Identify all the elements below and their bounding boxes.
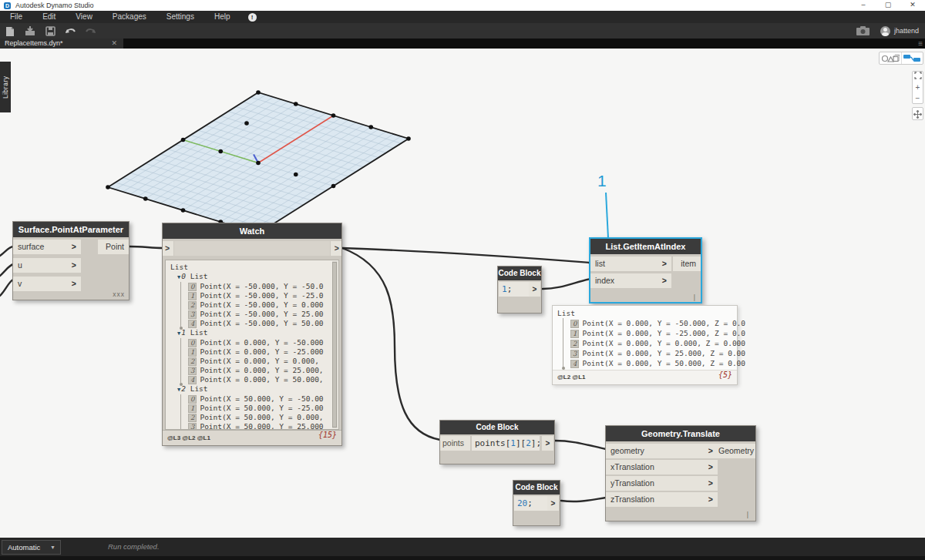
avatar[interactable]: [880, 26, 890, 36]
tab-close-icon[interactable]: ✕: [111, 39, 117, 49]
item-count: {5}: [718, 371, 732, 379]
lacing-levels[interactable]: @L3 @L2 @L1: [167, 434, 210, 441]
node-title[interactable]: Surface.PointAtParameter: [13, 222, 129, 237]
maximize-button[interactable]: ▢: [876, 0, 900, 11]
pan-control[interactable]: [912, 107, 923, 120]
run-bar: Automatic ▼ Run completed.: [0, 538, 925, 560]
item-count: {15}: [318, 431, 337, 439]
zoom-in-button[interactable]: +: [913, 82, 923, 93]
wire: [342, 248, 440, 440]
list-item: 4Point(X = 0.000, Y = 50.000,: [188, 375, 331, 384]
port-watch-out[interactable]: >: [331, 241, 341, 256]
node-title[interactable]: Code Block: [498, 267, 541, 280]
redo-icon[interactable]: [80, 24, 100, 38]
open-icon[interactable]: [20, 24, 40, 38]
port-geometry[interactable]: geometry>: [606, 444, 718, 458]
port-index[interactable]: index>: [590, 273, 671, 288]
menu-packages[interactable]: Packages: [103, 11, 156, 23]
list-item: 3Point(X = 50.000, Y = 25.000: [188, 422, 331, 430]
list-item: 2Point(X = 0.000, Y = 0.000, Z = 0.000: [570, 338, 729, 348]
run-mode-value: Automatic: [8, 543, 40, 552]
port-point-out[interactable]: Point: [98, 240, 129, 254]
menu-file[interactable]: File: [0, 11, 32, 23]
window-title: Autodesk Dynamo Studio: [15, 2, 94, 9]
minimize-button[interactable]: –: [851, 0, 876, 11]
port-points[interactable]: points: [440, 436, 470, 451]
port-item-out[interactable]: item: [673, 257, 701, 271]
wire: [342, 248, 590, 263]
graph-canvas[interactable]: Library Surface.PointAtParameter surface…: [0, 49, 925, 538]
node-title[interactable]: Watch: [163, 223, 341, 239]
node-geometry-translate[interactable]: Geometry.Translate geometry> xTranslatio…: [605, 425, 756, 521]
port-ytranslation[interactable]: yTranslation>: [606, 476, 718, 491]
wire: [561, 498, 606, 501]
wire: [0, 246, 13, 256]
tab-replaceitems[interactable]: ReplaceItems.dyn* ✕: [0, 39, 123, 49]
menu-settings[interactable]: Settings: [156, 11, 204, 23]
list-item: 0Point(X = 50.000, Y = -50.00: [188, 394, 331, 404]
port-ztranslation[interactable]: zTranslation>: [606, 492, 718, 507]
node-list-getitematindex[interactable]: List.GetItemAtIndex list> index> item |: [589, 237, 702, 303]
port-code-out[interactable]: >: [529, 282, 540, 297]
list-item: 3Point(X = 0.000, Y = 25.000, Z = 0.00: [570, 348, 729, 358]
node-codeblock-1[interactable]: Code Block 1; >: [497, 266, 542, 314]
list-item: 2Point(X = -50.000, Y = 0.000: [188, 300, 331, 310]
run-mode-select[interactable]: Automatic ▼: [2, 540, 61, 555]
node-surface-pointatparameter[interactable]: Surface.PointAtParameter surface> u> v> …: [12, 221, 130, 300]
port-watch-in[interactable]: >: [163, 241, 173, 256]
lacing-indicator[interactable]: |: [747, 511, 749, 518]
chevron-down-icon: ▼: [50, 541, 56, 554]
port-code-out[interactable]: >: [547, 496, 559, 511]
watch-input-strip: [174, 241, 330, 256]
username: jhattend: [894, 27, 919, 35]
node-title[interactable]: Code Block: [513, 481, 560, 495]
list-item: 0Point(X = 0.000, Y = -50.000, Z = 0.0: [570, 318, 729, 328]
node-title[interactable]: Geometry.Translate: [606, 426, 755, 441]
dynamo-logo-icon: D: [4, 2, 11, 9]
close-button[interactable]: ✕: [900, 0, 925, 11]
run-status: Run completed.: [108, 542, 160, 551]
port-list[interactable]: list>: [590, 257, 671, 271]
node-title[interactable]: List.GetItemAtIndex: [590, 239, 701, 254]
list-item: 0Point(X = -50.000, Y = -50.0: [188, 282, 331, 291]
new-file-icon[interactable]: [0, 24, 20, 38]
notifications-icon[interactable]: !: [248, 13, 257, 22]
node-title[interactable]: Code Block: [440, 421, 554, 434]
lacing-indicator[interactable]: |: [694, 293, 696, 301]
code-input[interactable]: points[1][2];: [472, 436, 540, 451]
library-panel-tab[interactable]: Library: [0, 62, 11, 112]
lacing-indicator[interactable]: xxx: [113, 290, 125, 298]
list-item: 1Point(X = 0.000, Y = -25.000, Z = 0.0: [570, 328, 729, 338]
geometry-view-icon[interactable]: [880, 52, 902, 64]
node-codeblock-points[interactable]: Code Block points points[1][2]; >: [439, 420, 555, 464]
wire: [0, 264, 13, 276]
zoom-out-button[interactable]: −: [913, 93, 923, 104]
port-surface[interactable]: surface>: [13, 240, 81, 254]
save-icon[interactable]: [40, 24, 60, 38]
undo-icon[interactable]: [60, 24, 80, 38]
watch-scrollbar[interactable]: [332, 261, 338, 428]
watch-footer: @L3 @L2 @L1 {15}: [163, 430, 341, 445]
graph-view-icon[interactable]: [902, 52, 923, 64]
list-item: 2Point(X = 0.000, Y = 0.000,: [188, 357, 331, 366]
annotation-line: [606, 193, 608, 238]
port-geometry-out[interactable]: Geometry: [714, 444, 755, 458]
menu-help[interactable]: Help: [204, 11, 240, 23]
menu-edit[interactable]: Edit: [32, 11, 66, 23]
port-v[interactable]: v>: [13, 277, 81, 291]
watch-list[interactable]: List▼0 List0Point(X = -50.000, Y = -50.0…: [165, 260, 339, 430]
port-xtranslation[interactable]: xTranslation>: [606, 460, 718, 474]
node-watch[interactable]: Watch > > List▼0 List0Point(X = -50.000,…: [162, 223, 342, 446]
node-codeblock-20[interactable]: Code Block 20; >: [513, 480, 560, 526]
fit-view-icon[interactable]: [913, 72, 923, 82]
code-input[interactable]: 20;: [514, 496, 547, 511]
code-input[interactable]: 1;: [499, 282, 530, 297]
tab-list-icon[interactable]: ≡: [918, 39, 923, 49]
list-item: 0Point(X = 0.000, Y = -50.000: [188, 338, 331, 347]
camera-icon[interactable]: [856, 26, 870, 35]
title-bar: D Autodesk Dynamo Studio – ▢ ✕: [0, 0, 925, 11]
port-code-out[interactable]: >: [542, 436, 553, 451]
watch-tree: List▼0 List0Point(X = -50.000, Y = -50.0…: [170, 263, 331, 428]
menu-view[interactable]: View: [66, 11, 103, 23]
port-u[interactable]: u>: [13, 258, 81, 273]
